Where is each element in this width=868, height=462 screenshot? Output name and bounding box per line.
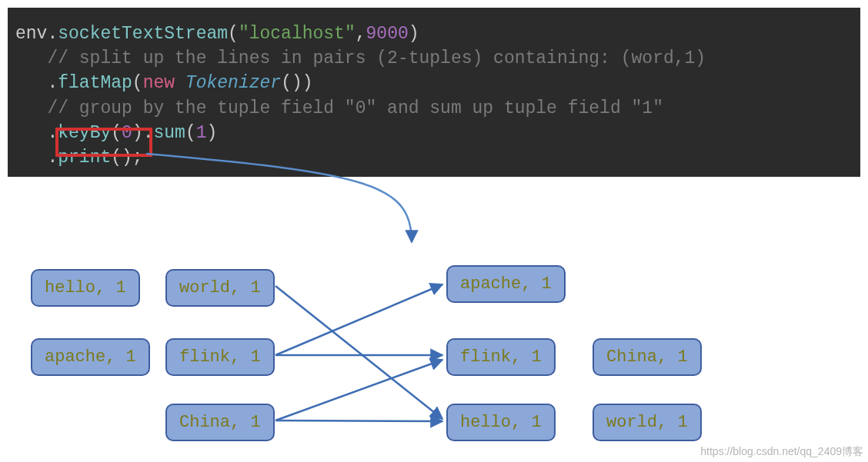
code-token: .: [47, 24, 58, 44]
tuple-hello-right: hello, 1: [446, 404, 556, 441]
code-line-2: // split up the lines in pairs (2-tuples…: [15, 46, 853, 71]
tuple-flink-left: flink, 1: [165, 338, 275, 376]
code-block: env.socketTextStream("localhost",9000) /…: [8, 8, 860, 177]
code-token: flatMap: [58, 73, 132, 93]
code-token: print: [58, 148, 111, 168]
code-token: 0: [122, 123, 132, 143]
code-token: Tokenizer: [185, 73, 281, 93]
code-token: [15, 148, 47, 168]
code-token: ): [302, 73, 313, 93]
code-token: .: [143, 123, 154, 143]
code-token: [175, 73, 185, 93]
tuple-world-left: world, 1: [165, 269, 275, 307]
code-token: ): [132, 123, 143, 143]
code-token: ,: [356, 24, 366, 44]
code-token: keyBy: [58, 123, 111, 143]
code-token: (: [111, 123, 122, 143]
code-token: ): [207, 123, 218, 143]
code-line-3: .flatMap(new Tokenizer()): [15, 71, 853, 95]
code-token: .: [47, 148, 58, 168]
code-token: .: [47, 73, 58, 93]
code-token: 9000: [366, 24, 409, 44]
code-token: new: [143, 73, 175, 93]
code-token: ): [409, 24, 419, 44]
code-token: [15, 123, 47, 143]
code-token: env: [15, 24, 47, 44]
code-token: (: [132, 73, 143, 93]
code-token: "localhost": [239, 24, 356, 44]
code-line-5: .keyBy(0).sum(1): [15, 121, 853, 145]
code-token: 1: [196, 123, 207, 143]
tuple-flink-right: flink, 1: [446, 338, 556, 376]
code-line-1: env.socketTextStream("localhost",9000): [15, 22, 853, 46]
code-token: (): [281, 73, 302, 93]
tuple-apache-left: apache, 1: [31, 338, 150, 376]
code-token: [15, 73, 47, 93]
code-token: socketTextStream: [58, 24, 228, 44]
code-token: (: [185, 123, 196, 143]
tuple-world-right: world, 1: [593, 404, 702, 441]
code-token: sum: [154, 123, 185, 143]
code-token: .: [47, 123, 58, 143]
code-line-6: .print();: [15, 145, 853, 170]
tuple-china-left: China, 1: [165, 404, 275, 441]
tuple-china-right: China, 1: [593, 338, 702, 376]
diagram-area: hello, 1 world, 1 apache, 1 flink, 1 Chi…: [0, 200, 868, 462]
code-token: (: [228, 24, 239, 44]
code-token: ();: [111, 148, 142, 168]
code-line-4: // group by the tuple field "0" and sum …: [15, 96, 853, 121]
tuple-hello-left: hello, 1: [31, 269, 140, 307]
tuple-apache-right: apache, 1: [446, 265, 566, 303]
watermark: https://blog.csdn.net/qq_2409博客: [700, 445, 863, 459]
